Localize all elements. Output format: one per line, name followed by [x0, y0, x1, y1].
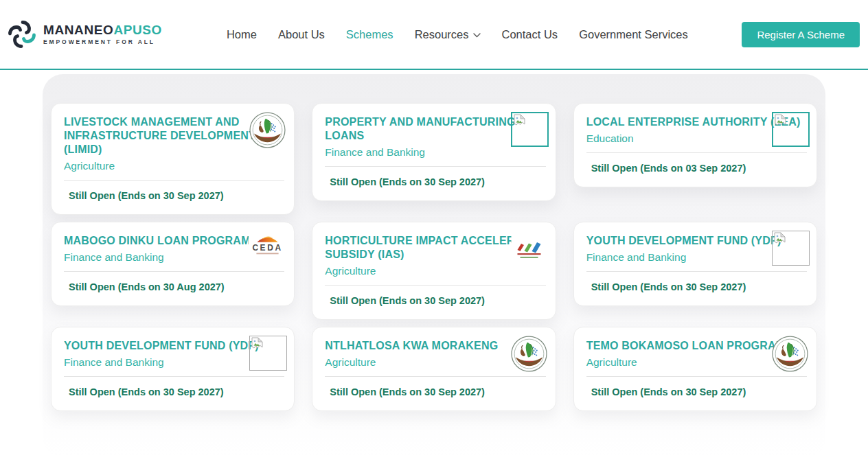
scheme-card[interactable]: LOCAL ENTERPRISE AUTHORITY (LEA) Educati… — [573, 103, 817, 187]
card-divider — [64, 376, 284, 377]
scheme-status: Still Open (Ends on 30 Sep 2027) — [64, 386, 284, 398]
scheme-card[interactable]: MABOGO DINKU LOAN PROGRAM Finance and Ba… — [51, 222, 295, 306]
scheme-card[interactable]: TEMO BOKAMOSO LOAN PROGRAM Agriculture S… — [573, 327, 817, 411]
scheme-status: Still Open (Ends on 30 Sep 2027) — [64, 189, 284, 202]
broken-image-icon — [773, 232, 786, 244]
scheme-status: Still Open (Ends on 30 Sep 2027) — [586, 281, 807, 293]
card-divider — [325, 166, 545, 167]
brand-name: MANANEOAPUSO — [43, 23, 162, 37]
broken-image-placeholder — [511, 112, 549, 147]
site-header: MANANEOAPUSO EMPOWERMENT FOR ALL Home Ab… — [0, 0, 868, 70]
ministry-of-agriculture-logo — [772, 336, 808, 372]
scheme-category: Agriculture — [325, 264, 545, 278]
scheme-card[interactable]: PROPERTY AND MANUFACTURING LOANS Finance… — [312, 103, 556, 201]
scheme-card[interactable]: HORTICULTURE IMPACT ACCELERATOR SUBSIDY … — [312, 222, 556, 320]
scheme-card[interactable]: LIVESTOCK MANAGEMENT AND INFRASTRUCTURE … — [51, 103, 295, 215]
card-divider — [64, 271, 284, 272]
scheme-status: Still Open (Ends on 30 Sep 2027) — [325, 386, 545, 398]
nav-item-about-us[interactable]: About Us — [278, 28, 325, 41]
broken-image-icon — [513, 114, 525, 126]
schemes-section: LIVESTOCK MANAGEMENT AND INFRASTRUCTURE … — [0, 70, 868, 411]
register-a-scheme-button[interactable]: Register A Scheme — [742, 22, 860, 47]
broken-image-icon — [251, 337, 263, 349]
broken-image-placeholder — [772, 231, 810, 266]
pinwheel-logo-icon — [7, 19, 37, 49]
main-nav: Home About Us Schemes Resources Contact … — [227, 28, 688, 41]
scheme-status: Still Open (Ends on 30 Aug 2027) — [64, 281, 284, 293]
chevron-down-icon — [473, 33, 481, 38]
scheme-card[interactable]: NTLHATLOSA KWA MORAKENG Agriculture Stil… — [312, 327, 556, 411]
scheme-status: Still Open (Ends on 30 Sep 2027) — [325, 176, 545, 188]
rural-development-fund-logo — [511, 231, 547, 263]
scheme-category: Agriculture — [64, 159, 284, 173]
ministry-of-agriculture-logo — [511, 336, 547, 372]
card-divider — [325, 285, 545, 286]
ceda-logo: CEDA — [249, 232, 286, 258]
scheme-category: Finance and Banking — [325, 146, 545, 159]
broken-image-placeholder — [249, 336, 287, 371]
schemes-grid: LIVESTOCK MANAGEMENT AND INFRASTRUCTURE … — [51, 103, 817, 411]
card-divider — [325, 376, 545, 377]
scheme-status: Still Open (Ends on 30 Sep 2027) — [586, 386, 807, 398]
nav-item-government-services[interactable]: Government Services — [579, 28, 688, 41]
card-divider — [586, 152, 807, 153]
ceda-logo-text: CEDA — [253, 243, 283, 253]
card-divider — [586, 376, 807, 377]
nav-item-contact-us[interactable]: Contact Us — [502, 28, 558, 41]
nav-item-home[interactable]: Home — [227, 28, 257, 41]
broken-image-icon — [774, 114, 786, 126]
card-divider — [64, 180, 284, 181]
brand-tagline: EMPOWERMENT FOR ALL — [43, 38, 162, 45]
scheme-status: Still Open (Ends on 03 Sep 2027) — [586, 162, 807, 174]
nav-item-schemes[interactable]: Schemes — [346, 28, 393, 41]
brand-logo[interactable]: MANANEOAPUSO EMPOWERMENT FOR ALL — [7, 19, 162, 49]
ministry-of-agriculture-logo — [249, 112, 286, 148]
scheme-card[interactable]: YOUTH DEVELOPMENT FUND (YDF) Finance and… — [51, 327, 295, 411]
broken-image-placeholder — [772, 112, 810, 147]
scheme-status: Still Open (Ends on 30 Sep 2027) — [325, 294, 545, 307]
card-divider — [586, 271, 807, 272]
nav-item-resources[interactable]: Resources — [415, 28, 481, 41]
scheme-card[interactable]: YOUTH DEVELOPMENT FUND (YDF) Finance and… — [573, 222, 817, 306]
